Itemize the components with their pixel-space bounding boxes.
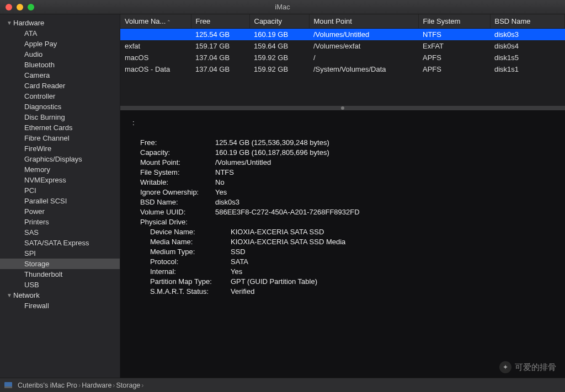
details-pane[interactable]: : Free:125.54 GB (125,536,309,248 bytes)… (120, 110, 565, 378)
minimize-button[interactable] (17, 4, 23, 10)
sidebar-item-audio[interactable]: Audio (0, 49, 120, 60)
disclosure-triangle-icon: ▼ (7, 20, 12, 26)
path-segment[interactable]: Storage (116, 382, 141, 389)
volume-table[interactable]: Volume Na...⌃FreeCapacityMount PointFile… (120, 14, 565, 106)
column-header[interactable]: Volume Na...⌃ (120, 14, 191, 29)
detail-row: File System:NTFS (132, 168, 553, 178)
cell-mount: /Volumes/Untitled (309, 29, 418, 41)
sidebar-section-hardware[interactable]: ▼Hardware (0, 18, 120, 28)
sidebar-item-controller[interactable]: Controller (0, 91, 120, 101)
detail-row: Ignore Ownership:Yes (132, 187, 553, 197)
sidebar-section-label: Network (13, 291, 40, 299)
detail-value: disk0s3 (215, 197, 553, 207)
splitter-handle[interactable] (120, 106, 565, 110)
sidebar-item-sata-sata-express[interactable]: SATA/SATA Express (0, 238, 120, 248)
maximize-button[interactable] (28, 4, 34, 10)
sidebar-item-fibre-channel[interactable]: Fibre Channel (0, 133, 120, 143)
detail-row: Volume UUID:586EE3F8-C272-450A-A201-7268… (132, 207, 553, 217)
detail-row: Partition Map Type:GPT (GUID Partition T… (132, 277, 553, 287)
sidebar-item-graphics-displays[interactable]: Graphics/Displays (0, 154, 120, 164)
path-segment[interactable]: Cuteribs's iMac Pro (18, 382, 77, 389)
sidebar-item-nvmexpress[interactable]: NVMExpress (0, 175, 120, 185)
chevron-right-icon: › (78, 382, 81, 389)
sidebar-item-card-reader[interactable]: Card Reader (0, 80, 120, 91)
detail-value: 586EE3F8-C272-450A-A201-7268FF8932FD (215, 207, 553, 217)
detail-row: Internal:Yes (132, 267, 553, 277)
detail-key: Medium Type: (132, 247, 231, 257)
cell-name: exfat (120, 40, 191, 52)
close-button[interactable] (6, 4, 12, 10)
column-header[interactable]: Capacity (249, 14, 309, 29)
sidebar-item-spi[interactable]: SPI (0, 248, 120, 259)
detail-key: Free: (132, 138, 215, 148)
detail-key: S.M.A.R.T. Status: (132, 287, 231, 297)
table-row[interactable]: exfat159.17 GB159.64 GB/Volumes/exfatExF… (120, 40, 565, 52)
sidebar-section-network[interactable]: ▼Network (0, 290, 120, 300)
disclosure-triangle-icon: ▼ (7, 292, 12, 298)
path-bar[interactable]: Cuteribs's iMac Pro›Hardware›Storage› (0, 378, 565, 392)
detail-row: Media Name:KIOXIA-EXCERIA SATA SSD Media (132, 237, 553, 247)
main-panel: Volume Na...⌃FreeCapacityMount PointFile… (120, 14, 565, 378)
column-header[interactable]: Free (191, 14, 249, 29)
path-segment[interactable]: Hardware (82, 382, 111, 389)
sidebar-item-apple-pay[interactable]: Apple Pay (0, 39, 120, 49)
sidebar-item-printers[interactable]: Printers (0, 217, 120, 227)
sidebar-item-memory[interactable]: Memory (0, 164, 120, 175)
detail-key: Writable: (132, 178, 215, 187)
sidebar-item-pci[interactable]: PCI (0, 185, 120, 196)
cell-capacity: 160.19 GB (249, 29, 309, 41)
chevron-right-icon: › (141, 382, 143, 389)
detail-key: BSD Name: (132, 197, 215, 207)
table-row[interactable]: 125.54 GB160.19 GB/Volumes/UntitledNTFSd… (120, 29, 565, 41)
sidebar-item-ata[interactable]: ATA (0, 28, 120, 39)
sidebar-item-usb[interactable]: USB (0, 280, 120, 290)
table-row[interactable]: macOS137.04 GB159.92 GB/APFSdisk1s5 (120, 52, 565, 63)
cell-bsd: disk0s4 (490, 40, 565, 52)
detail-key: Ignore Ownership: (132, 187, 215, 197)
detail-row: Device Name:KIOXIA-EXCERIA SATA SSD (132, 227, 553, 237)
detail-row: BSD Name:disk0s3 (132, 197, 553, 207)
sidebar[interactable]: ▼HardwareATAApple PayAudioBluetoothCamer… (0, 14, 120, 378)
cell-name: macOS (120, 52, 191, 63)
traffic-lights (6, 4, 34, 10)
sidebar-item-power[interactable]: Power (0, 206, 120, 217)
cell-bsd: disk1s5 (490, 52, 565, 63)
cell-name: macOS - Data (120, 63, 191, 75)
computer-icon (4, 382, 12, 388)
cell-fs: NTFS (418, 29, 490, 41)
cell-mount: /Volumes/exfat (309, 40, 418, 52)
table-row[interactable]: macOS - Data137.04 GB159.92 GB/System/Vo… (120, 63, 565, 75)
detail-value: 160.19 GB (160,187,805,696 bytes) (215, 148, 553, 158)
cell-fs: APFS (418, 63, 490, 75)
cell-free: 137.04 GB (191, 63, 249, 75)
detail-value: NTFS (215, 168, 553, 178)
detail-key: File System: (132, 168, 215, 178)
detail-row: Mount Point:/Volumes/Untitled (132, 158, 553, 168)
cell-capacity: 159.92 GB (249, 52, 309, 63)
cell-bsd: disk0s3 (490, 29, 565, 41)
sidebar-item-diagnostics[interactable]: Diagnostics (0, 101, 120, 112)
details-heading: : (132, 118, 553, 128)
sidebar-item-firewire[interactable]: FireWire (0, 143, 120, 154)
sidebar-item-sas[interactable]: SAS (0, 227, 120, 238)
sidebar-item-thunderbolt[interactable]: Thunderbolt (0, 269, 120, 280)
title-bar[interactable]: iMac (0, 0, 565, 14)
sidebar-item-camera[interactable]: Camera (0, 70, 120, 80)
detail-value: SSD (231, 247, 553, 257)
column-header[interactable]: Mount Point (309, 14, 418, 29)
sidebar-item-bluetooth[interactable]: Bluetooth (0, 60, 120, 70)
sidebar-item-disc-burning[interactable]: Disc Burning (0, 112, 120, 122)
cell-mount: /System/Volumes/Data (309, 63, 418, 75)
cell-fs: ExFAT (418, 40, 490, 52)
column-header[interactable]: BSD Name (490, 14, 565, 29)
detail-row: S.M.A.R.T. Status:Verified (132, 287, 553, 297)
chevron-right-icon: › (113, 382, 115, 389)
sidebar-item-storage[interactable]: Storage (0, 259, 120, 269)
sidebar-item-firewall[interactable]: Firewall (0, 300, 120, 311)
cell-capacity: 159.92 GB (249, 63, 309, 75)
detail-value: Yes (215, 187, 553, 197)
table-empty-area[interactable] (120, 75, 565, 106)
sidebar-item-ethernet-cards[interactable]: Ethernet Cards (0, 122, 120, 133)
sidebar-item-parallel-scsi[interactable]: Parallel SCSI (0, 196, 120, 206)
column-header[interactable]: File System (418, 14, 490, 29)
